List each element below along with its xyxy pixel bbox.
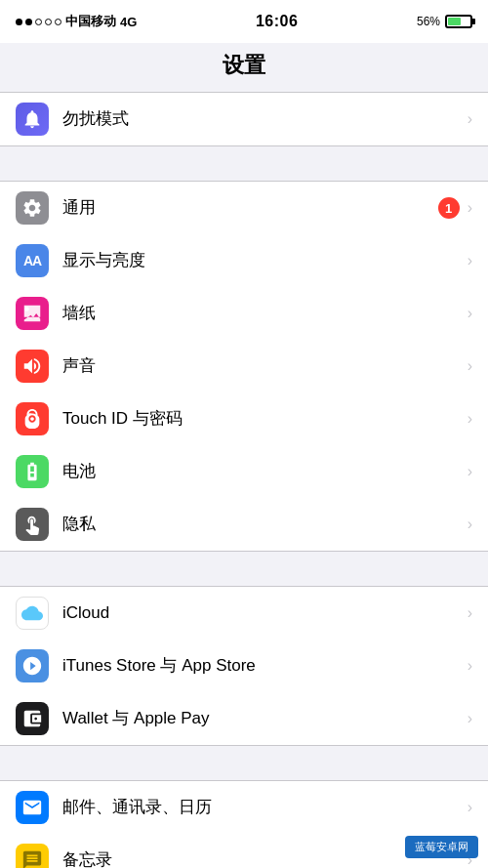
itunes-chevron: › [468,657,472,675]
battery-settings-icon-svg [21,461,43,482]
touchid-chevron: › [468,410,472,428]
mail-chevron: › [468,799,472,816]
itunes-icon [16,649,49,682]
wallpaper-label: 墙纸 [62,304,468,323]
settings-item-itunes[interactable]: iTunes Store 与 App Store › [0,640,488,692]
settings-group-services: iCloud › iTunes Store 与 App Store › Wall… [0,586,488,746]
carrier-label: 中国移动 [65,13,116,30]
settings-item-wallet[interactable]: Wallet 与 Apple Pay › [0,692,488,745]
status-right: 56% [417,15,472,28]
wallet-chevron: › [468,710,472,727]
battery-label: 电池 [62,462,468,481]
sounds-icon-svg [21,355,43,377]
signal-dot-4 [45,19,52,25]
settings-item-dnd[interactable]: 勿扰模式 › [0,93,488,145]
general-icon [16,191,49,225]
battery-chevron: › [468,463,472,480]
icloud-icon [16,597,49,630]
signal-dot-3 [35,19,42,25]
settings-list-dnd: 勿扰模式 › [0,92,488,146]
wallpaper-chevron: › [468,305,472,322]
privacy-icon-svg [21,514,43,535]
wallpaper-icon-svg [21,303,43,324]
itunes-icon-svg [21,655,43,677]
settings-item-wallpaper[interactable]: 墙纸 › [0,287,488,340]
display-chevron: › [468,252,472,269]
wallet-icon-svg [21,708,43,729]
dnd-icon [16,103,49,136]
icloud-chevron: › [468,604,472,622]
settings-list-display: 通用 1 › AA 显示与亮度 › 墙纸 › [0,181,488,552]
general-label: 通用 [62,198,438,218]
icloud-icon-svg [21,602,43,624]
signal-dots [16,19,61,25]
icloud-label: iCloud [62,603,468,623]
mail-icon [16,791,49,824]
wallet-label: Wallet 与 Apple Pay [62,709,468,728]
signal-dot-2 [25,19,32,25]
dnd-label: 勿扰模式 [62,109,468,129]
settings-item-battery[interactable]: 电池 › [0,445,488,498]
network-type: 4G [120,15,137,29]
notes-icon [16,844,49,868]
settings-item-display[interactable]: AA 显示与亮度 › [0,234,488,287]
notes-icon-svg [21,849,43,868]
sounds-icon [16,350,49,383]
gear-icon-svg [21,197,43,219]
settings-list-services: iCloud › iTunes Store 与 App Store › Wall… [0,586,488,746]
sounds-chevron: › [468,357,472,375]
general-chevron: › [468,199,472,217]
settings-item-mail[interactable]: 邮件、通讯录、日历 › [0,781,488,834]
wallet-icon [16,702,49,735]
battery-level-text: 56% [417,15,440,28]
mail-label: 邮件、通讯录、日历 [62,798,468,817]
status-bar: 中国移动 4G 16:06 56% [0,0,488,43]
settings-item-touchid[interactable]: Touch ID 与密码 › [0,393,488,445]
status-time: 16:06 [256,13,298,30]
mail-icon-svg [21,797,43,818]
touchid-label: Touch ID 与密码 [62,409,468,429]
battery-settings-icon [16,455,49,488]
sounds-label: 声音 [62,356,468,376]
page-title: 设置 [16,51,472,80]
settings-group-dnd: 勿扰模式 › [0,92,488,146]
wallpaper-icon [16,297,49,330]
status-left: 中国移动 4G [16,13,137,30]
privacy-label: 隐私 [62,515,468,534]
settings-item-sounds[interactable]: 声音 › [0,340,488,393]
watermark: 蓝莓安卓网 [405,836,478,858]
itunes-label: iTunes Store 与 App Store [62,656,468,676]
battery-fill [448,18,461,25]
display-icon: AA [16,244,49,277]
battery-icon [445,15,472,28]
signal-dot-5 [55,19,61,25]
general-badge: 1 [438,197,460,219]
signal-dot-1 [16,19,22,25]
privacy-icon [16,508,49,541]
settings-group-display: 通用 1 › AA 显示与亮度 › 墙纸 › [0,181,488,552]
touchid-icon [16,402,49,435]
dnd-icon-svg [21,108,43,130]
dnd-chevron: › [468,110,472,128]
touchid-icon-svg [21,408,43,430]
nav-bar: 设置 [0,43,488,92]
settings-item-icloud[interactable]: iCloud › [0,587,488,640]
display-label: 显示与亮度 [62,251,468,270]
settings-item-general[interactable]: 通用 1 › [0,182,488,234]
privacy-chevron: › [468,516,472,533]
settings-item-privacy[interactable]: 隐私 › [0,498,488,551]
